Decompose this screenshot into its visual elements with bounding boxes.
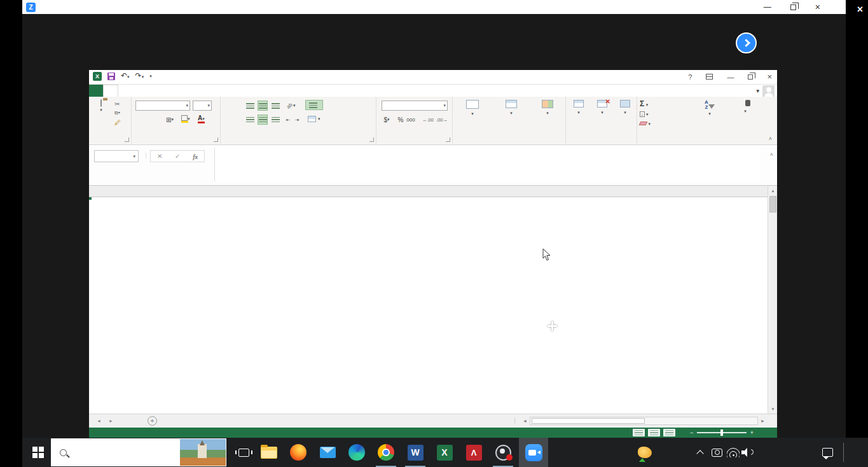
new-sheet-button[interactable]: + — [148, 416, 157, 426]
horizontal-scroll-thumb[interactable] — [532, 418, 645, 424]
scroll-down-icon[interactable]: ▼ — [768, 404, 778, 414]
page-layout-view-icon[interactable] — [648, 429, 660, 436]
ribbon-display-icon[interactable] — [706, 74, 713, 80]
excel-restore-icon[interactable] — [748, 74, 753, 80]
scroll-left-icon[interactable]: ◄ — [520, 419, 530, 423]
font-name-combo[interactable]: ▾ — [135, 101, 190, 111]
name-box[interactable]: ▾ — [94, 150, 139, 162]
merge-center-button[interactable]: ▾ — [305, 114, 323, 124]
fill-color-button[interactable]: ▾ — [181, 115, 190, 122]
tab-insertar[interactable] — [118, 85, 132, 97]
action-center[interactable] — [822, 438, 833, 467]
tab-inicio[interactable] — [103, 85, 118, 97]
insert-cells-button[interactable]: ▾ — [567, 100, 590, 115]
decrease-decimal-icon[interactable]: .00→ — [436, 115, 448, 125]
delete-cells-button[interactable]: ✕ ▾ — [590, 100, 614, 115]
firefox-button[interactable] — [284, 438, 313, 467]
font-dialog-launcher[interactable] — [214, 137, 218, 142]
alignment-dialog-launcher[interactable] — [369, 137, 374, 142]
excel-button[interactable]: X — [430, 438, 459, 467]
volume-tray[interactable] — [741, 438, 753, 467]
bold-button[interactable] — [135, 115, 146, 125]
tab-datos[interactable] — [160, 85, 174, 97]
number-dialog-launcher[interactable] — [446, 137, 450, 142]
account-name[interactable]: ▾ — [756, 87, 759, 94]
collapse-ribbon-icon[interactable]: ˄ — [769, 136, 772, 142]
align-middle-icon[interactable] — [258, 101, 268, 111]
tab-archivo[interactable] — [89, 85, 103, 97]
zoom-app-button[interactable] — [519, 438, 548, 467]
search-daily-image[interactable] — [180, 439, 226, 466]
italic-button[interactable] — [146, 115, 156, 125]
cancel-entry-icon[interactable]: ✕ — [157, 153, 162, 160]
comma-button[interactable]: 000 — [406, 115, 416, 125]
edge-button[interactable] — [342, 438, 371, 467]
border-button[interactable]: ⊞▾ — [165, 115, 175, 125]
align-center-icon[interactable] — [258, 115, 268, 125]
confirm-entry-icon[interactable]: ✓ — [175, 153, 180, 160]
account-avatar[interactable] — [762, 85, 775, 97]
minimize-button[interactable]: — — [764, 3, 771, 11]
qat-customize-icon[interactable]: ▾ — [149, 74, 152, 79]
excel-close-icon[interactable]: × — [767, 72, 772, 81]
spreadsheet-grid[interactable] — [89, 197, 768, 414]
page-break-view-icon[interactable] — [663, 429, 675, 436]
zoom-slider-thumb[interactable] — [720, 429, 723, 436]
font-color-button[interactable]: A▾ — [198, 115, 205, 122]
format-cells-button[interactable]: ▾ — [614, 100, 636, 115]
align-bottom-icon[interactable] — [270, 101, 280, 111]
tray-expand[interactable] — [698, 438, 703, 467]
vertical-scrollbar[interactable]: ▲ ▼ — [768, 186, 777, 414]
autosum-button[interactable]: Σ ▾ — [640, 99, 651, 109]
scroll-right-icon[interactable]: ► — [758, 419, 768, 423]
taskbar-search[interactable] — [51, 438, 226, 466]
normal-view-icon[interactable] — [633, 429, 645, 436]
network-tray[interactable] — [727, 438, 740, 467]
mail-button[interactable] — [313, 438, 342, 467]
file-explorer-button[interactable] — [254, 438, 284, 467]
increase-decimal-icon[interactable]: ←.00 — [422, 115, 434, 125]
chrome-button[interactable] — [371, 438, 401, 467]
vertical-scroll-thumb[interactable] — [769, 196, 776, 213]
zoom-out-icon[interactable]: − — [690, 429, 693, 436]
cell-styles-button[interactable]: ▾ — [532, 100, 563, 116]
increase-indent-icon[interactable]: ⇥ — [292, 115, 302, 125]
start-button[interactable] — [24, 438, 53, 467]
clipboard-dialog-launcher[interactable] — [125, 137, 129, 142]
word-button[interactable]: W — [401, 438, 430, 467]
acrobat-button[interactable]: Λ — [459, 438, 488, 467]
align-top-icon[interactable] — [245, 101, 255, 111]
excel-minimize-icon[interactable]: — — [727, 73, 734, 81]
save-icon[interactable] — [107, 73, 115, 80]
wrap-text-button[interactable] — [305, 100, 323, 110]
horizontal-scrollbar[interactable]: ⋮ ◄ ► — [512, 415, 768, 426]
format-as-table-button[interactable]: ▾ — [492, 100, 530, 116]
find-select-button[interactable]: ▾ — [727, 100, 763, 114]
redo-icon[interactable]: ↷▾ — [135, 73, 144, 80]
help-icon[interactable]: ? — [688, 73, 692, 81]
currency-button[interactable]: $▾ — [382, 115, 392, 125]
close-button[interactable]: × — [815, 2, 820, 12]
insert-function-icon[interactable]: fx — [193, 153, 198, 160]
scroll-up-icon[interactable]: ▲ — [768, 186, 778, 195]
obs-button[interactable] — [488, 438, 518, 467]
sheet-next-icon[interactable]: ► — [109, 419, 113, 423]
font-size-combo[interactable]: ▾ — [193, 101, 212, 111]
align-right-icon[interactable] — [270, 115, 280, 125]
fill-button[interactable]: ↓ ▾ — [640, 109, 651, 119]
clear-button[interactable]: ▾ — [640, 119, 651, 129]
formula-bar-expand-icon[interactable]: ˄ — [770, 151, 773, 158]
meet-now[interactable] — [712, 438, 722, 467]
zoom-slider[interactable]: − + — [690, 429, 754, 436]
copy-icon[interactable]: ⧉▾ — [114, 110, 121, 116]
conditional-format-button[interactable]: ▾ — [454, 100, 491, 116]
show-desktop-divider[interactable] — [843, 443, 844, 462]
cut-icon[interactable]: ✂ — [114, 101, 121, 108]
tab-formulas[interactable] — [146, 85, 160, 97]
number-format-combo[interactable]: ▾ — [382, 101, 448, 111]
percent-button[interactable]: % — [396, 115, 406, 125]
next-participants-button[interactable] — [736, 32, 757, 53]
align-left-icon[interactable] — [245, 115, 255, 125]
format-painter-icon[interactable]: 🖉 — [114, 119, 121, 126]
sheet-prev-icon[interactable]: ◄ — [97, 419, 101, 423]
